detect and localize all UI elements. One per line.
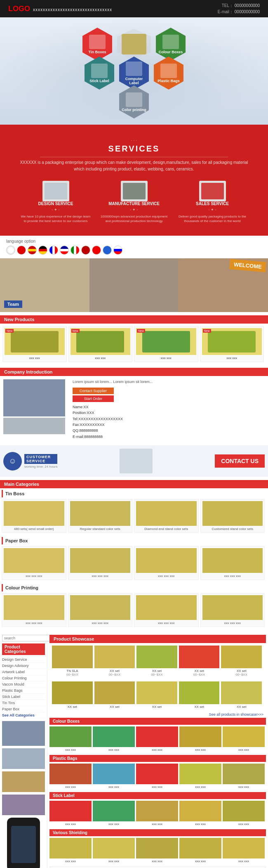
sl-item-2[interactable]: xxx xxx [136,801,178,826]
vs-item-1[interactable]: xxx xxx [93,838,135,863]
sidebar-cat-2[interactable]: Artwork Label [2,669,45,675]
showcase-item-0[interactable]: TN SLA 00~$XX [52,646,93,676]
colour-printing-item-3[interactable]: xxx xxx xxx [200,593,265,627]
product-item-0[interactable]: New xxx xxx [2,326,67,362]
sidebar-cat-6[interactable]: Stick Label [2,694,45,700]
sl-item-4[interactable]: xxx xxx [223,801,265,826]
sidebar-cat-9[interactable]: See All Categories [2,712,45,719]
paper-box-thumb-2 [136,548,197,573]
flag-tr[interactable] [92,246,101,255]
flag-kr[interactable] [6,246,15,255]
sidebar-cat-4[interactable]: Vaccm Mould [2,681,45,688]
hex-color-printing[interactable]: Color printing [118,83,150,121]
cb-item-2[interactable]: xxx xxx [136,726,178,752]
paper-box-item-3[interactable]: xxx xxx xxx [200,546,265,580]
paper-box-item-0[interactable]: xxx xxx xxx [2,546,66,580]
main-content: Product Showcase TN SLA 00~$XX XX set 00… [47,633,268,868]
flag-nl[interactable] [60,246,69,255]
vs-item-4[interactable]: xxx xxx [223,838,265,863]
vs-item-3[interactable]: xxx xxx [179,838,221,863]
colour-printing-item-1[interactable]: xxx xxx xxx [68,593,133,627]
sl-item-1[interactable]: xxx xxx [93,801,135,826]
sl-item-0[interactable]: xxx xxx [49,801,92,826]
sidebar-cat-5[interactable]: Plastic Bags [2,688,45,694]
showcase-name-8: XX set [179,705,220,709]
tin-boss-item-2[interactable]: Diamond end stand color sets [134,499,199,533]
showcase-item-4[interactable]: XX set 00~$XX [221,646,262,676]
sidebar-cat-0[interactable]: Design Service [2,657,45,663]
plastic-bags-section: Plastic Bags xxx xxx xxx xxx xxx xxx xxx… [49,755,266,789]
pb-item-4[interactable]: xxx xxx [223,764,265,789]
flag-pt[interactable] [103,246,112,255]
vs-thumb-0 [49,838,92,859]
person-qq: QQ:888888888 [73,428,265,433]
sidebar-cat-1[interactable]: Design Advisory [2,663,45,669]
cb-item-1[interactable]: xxx xxx [93,726,135,752]
hex-plastic-bags[interactable]: Plastic Bags [152,54,185,92]
showcase-name-3: XX set [179,669,220,673]
person-email: E-mail:888888888 [73,434,265,440]
colour-printing-item-2[interactable]: xxx xxx xxx [134,593,199,627]
pb-item-2[interactable]: xxx xxx [136,764,178,789]
colour-printing-item-0[interactable]: xxx xxx xxx [2,593,66,627]
pb-item-1[interactable]: xxx xxx [93,764,135,789]
product-item-3[interactable]: New xxx xxx [200,326,264,362]
product-img-2 [142,331,190,352]
flag-it[interactable] [71,246,80,255]
pb-thumb-0 [49,764,92,784]
see-all-showcase[interactable]: See all products in showcase>>> [49,711,266,718]
new-badge-1: New [71,329,80,333]
tin-boss-item-3[interactable]: Customized stand color sets [200,499,265,533]
hero-section: Tin Boxes Colour Boxes Stick Label [0,17,268,125]
contact-us-btn[interactable]: CONTACT US [215,454,265,468]
flag-de[interactable] [38,246,47,255]
vs-item-0[interactable]: xxx xxx [49,838,92,863]
product-name-2: xxx xxx [136,356,196,360]
showcase-thumb-9 [221,681,262,704]
vs-item-2[interactable]: xxx xxx [136,838,178,863]
showcase-name-6: XX set [94,705,135,709]
product-item-1[interactable]: New xxx xxx [68,326,133,362]
flag-us[interactable] [81,246,90,255]
sidebar-cat-7[interactable]: Tin Tins [2,700,45,706]
search-input[interactable] [2,635,52,641]
showcase-item-2[interactable]: XX set 00~$XX [136,646,177,676]
showcase-item-7[interactable]: XX set [136,681,177,709]
sidebar-cat-8[interactable]: Paper Box [2,706,45,712]
paper-box-grid: xxx xxx xxx xxx xxx xxx xxx xxx xxx xxx … [2,546,266,580]
hex-stick-label[interactable]: Stick Label [83,54,116,92]
showcase-item-9[interactable]: XX set [221,681,262,709]
contact-supplier-btn[interactable]: Contact Supplier [73,388,114,394]
company-header: Company Introduction [0,368,268,376]
cb-item-3[interactable]: xxx xxx [179,726,221,752]
pb-thumb-3 [179,764,221,784]
start-order-btn[interactable]: Start Order [73,395,114,402]
manufacture-icon-box [121,181,148,201]
tin-boss-item-0[interactable]: 480 sets( send small order) [2,499,66,533]
pb-name-0: xxx xxx [49,785,92,789]
showcase-item-6[interactable]: XX set [94,681,135,709]
paper-box-header: Paper Box [2,537,266,544]
pb-item-0[interactable]: xxx xxx [49,764,92,789]
showcase-item-5[interactable]: XX set [52,681,93,709]
flag-cn[interactable] [17,246,26,255]
flag-fr[interactable] [49,246,58,255]
paper-box-item-2[interactable]: xxx xxx xxx [134,546,199,580]
pb-item-3[interactable]: xxx xxx [179,764,221,789]
paper-box-thumb-0 [4,548,64,573]
cb-item-0[interactable]: xxx xxx [49,726,92,752]
sidebar-cat-3[interactable]: Colour Printing [2,675,45,681]
paper-box-section: Paper Box xxx xxx xxx xxx xxx xxx xxx xx… [2,537,266,580]
flag-es[interactable] [28,246,37,255]
paper-box-item-1[interactable]: xxx xxx xxx [68,546,133,580]
sl-item-3[interactable]: xxx xxx [179,801,221,826]
product-item-2[interactable]: New xxx xxx [134,326,198,362]
showcase-item-8[interactable]: XX set [179,681,220,709]
cb-item-4[interactable]: xxx xxx [223,726,265,752]
showcase-item-3[interactable]: XX set 00~$XX [179,646,220,676]
new-products-grid: New xxx xxx New xxx xxx New xxx xxx New … [0,324,268,364]
showcase-item-1[interactable]: XX set 00~$XX [94,646,135,676]
flag-ru[interactable] [113,246,122,255]
cs-label2: SERVICE [26,459,45,463]
tin-boss-item-1[interactable]: Regular standard color sets [68,499,133,533]
